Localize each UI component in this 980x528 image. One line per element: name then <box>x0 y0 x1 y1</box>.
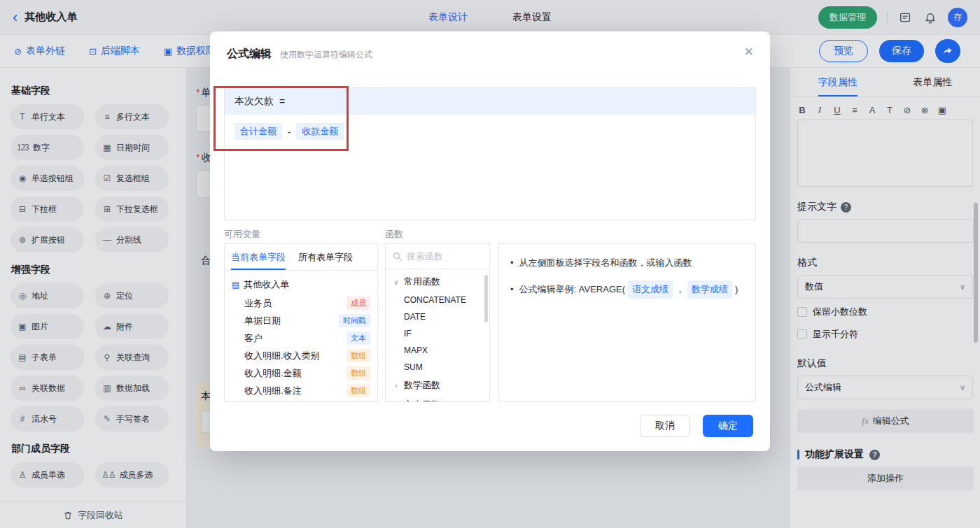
function-list: CONCATENATE DATE IF MAPX SUM <box>386 292 489 376</box>
help-example-row: • 公式编辑举例: AVERAGE( 语文成绩 ， 数学成绩 ) <box>510 280 744 299</box>
form-tree-root[interactable]: ▤ 其他收入单 <box>225 275 377 294</box>
functions-tree: ∨ 常用函数 CONCATENATE DATE IF MAPX SUM › 数学… <box>386 269 489 402</box>
field-type-tag: 成员 <box>346 297 370 310</box>
modal-title: 公式编辑 <box>227 47 272 62</box>
variables-tabs: 当前表单字段 所有表单字段 <box>225 244 377 271</box>
caret-down-icon: ∨ <box>393 278 400 286</box>
formula-expression: 合计金额 - 收款金额 <box>225 115 755 148</box>
function-item[interactable]: MAPX <box>386 342 489 359</box>
formula-editor-modal: 公式编辑 使用数学运算符编辑公式 × 本次欠款 = 合计金额 - 收款金额 可用… <box>210 31 770 451</box>
functions-section-label: 函数 <box>385 228 403 241</box>
function-item[interactable]: CONCATENATE <box>386 292 489 308</box>
form-tree-root-label: 其他收入单 <box>244 278 289 291</box>
variable-field-row[interactable]: 业务员 成员 <box>225 294 377 312</box>
function-item[interactable]: DATE <box>386 308 489 325</box>
bullet-icon: • <box>510 282 514 297</box>
help-example-comma: ， <box>676 282 685 297</box>
variable-field-row[interactable]: 收入明细.备注 数组 <box>225 382 377 399</box>
bullet-icon: • <box>510 255 514 271</box>
function-group-text[interactable]: › 文本函数 <box>386 395 489 402</box>
function-group-label: 文本函数 <box>404 399 440 402</box>
confirm-button[interactable]: 确定 <box>703 415 753 437</box>
function-search-input[interactable]: 搜索函数 <box>386 244 489 269</box>
close-icon[interactable]: × <box>744 44 753 59</box>
variables-tree: ▤ 其他收入单 业务员 成员 单据日期 时间戳 客户 <box>225 271 377 402</box>
caret-right-icon: › <box>393 401 400 403</box>
formula-token[interactable]: 合计金额 <box>234 123 282 140</box>
variables-section-label: 可用变量 <box>224 228 260 241</box>
help-example-suffix: ) <box>735 282 738 297</box>
formula-target: 本次欠款 <box>234 95 274 108</box>
variable-field-name: 收入明细.金额 <box>244 367 302 380</box>
formula-target-row: 本次欠款 = <box>225 88 755 115</box>
help-tip-text: 从左侧面板选择字段名和函数，或输入函数 <box>519 255 692 271</box>
modal-footer: 取消 确定 <box>640 415 753 437</box>
variables-tab[interactable]: 当前表单字段 <box>225 244 292 270</box>
modal-subtitle: 使用数学运算符编辑公式 <box>280 49 372 61</box>
document-icon: ▤ <box>232 280 239 290</box>
example-field-chip: 数学成绩 <box>687 280 732 299</box>
variables-tab[interactable]: 所有表单字段 <box>292 244 359 270</box>
field-type-tag: 时间戳 <box>339 314 370 327</box>
variable-field-name: 收入明细.备注 <box>244 385 302 397</box>
search-placeholder: 搜索函数 <box>407 250 443 263</box>
modal-header: 公式编辑 使用数学运算符编辑公式 <box>210 31 770 62</box>
cancel-button[interactable]: 取消 <box>640 415 690 437</box>
function-item[interactable]: IF <box>386 325 489 342</box>
variable-field-name: 单据日期 <box>244 315 281 327</box>
variable-field-list: 业务员 成员 单据日期 时间戳 客户 文本 收入明细.收入类别 <box>225 294 377 399</box>
scrollbar[interactable] <box>484 275 488 322</box>
functions-panel: 搜索函数 ∨ 常用函数 CONCATENATE DATE IF MAPX SUM <box>385 243 490 402</box>
function-group-math[interactable]: › 数学函数 <box>386 376 489 395</box>
variable-field-row[interactable]: 收入明细.收入类别 数组 <box>225 347 377 364</box>
caret-right-icon: › <box>393 382 400 390</box>
function-group-common[interactable]: ∨ 常用函数 <box>386 272 489 292</box>
equals-sign: = <box>279 96 285 107</box>
function-group-label: 数学函数 <box>404 379 440 392</box>
search-icon <box>393 252 402 261</box>
variable-field-row[interactable]: 单据日期 时间戳 <box>225 312 377 329</box>
variable-field-name: 客户 <box>244 332 262 345</box>
variable-field-name: 业务员 <box>244 297 272 310</box>
variable-field-row[interactable]: 收入明细.金额 数组 <box>225 364 377 382</box>
formula-token[interactable]: - <box>288 127 290 137</box>
formula-editor[interactable]: 本次欠款 = 合计金额 - 收款金额 <box>224 87 756 220</box>
function-item[interactable]: SUM <box>386 359 489 376</box>
field-type-tag: 文本 <box>346 331 370 345</box>
help-example-prefix: 公式编辑举例: AVERAGE( <box>519 282 625 297</box>
function-group-label: 常用函数 <box>404 276 440 288</box>
field-type-tag: 数组 <box>346 349 370 362</box>
variable-field-name: 收入明细.收入类别 <box>244 350 320 362</box>
variable-field-row[interactable]: 客户 文本 <box>225 329 377 347</box>
field-type-tag: 数组 <box>346 366 370 380</box>
formula-help-panel: • 从左侧面板选择字段名和函数，或输入函数 • 公式编辑举例: AVERAGE(… <box>498 243 756 402</box>
help-tip-row: • 从左侧面板选择字段名和函数，或输入函数 <box>510 255 744 271</box>
field-type-tag: 数组 <box>346 384 370 397</box>
variables-panel: 当前表单字段 所有表单字段 ▤ 其他收入单 业务员 成员 单据日期 <box>224 243 378 402</box>
example-field-chip: 语文成绩 <box>628 280 673 299</box>
formula-token[interactable]: 收款金额 <box>296 123 344 140</box>
